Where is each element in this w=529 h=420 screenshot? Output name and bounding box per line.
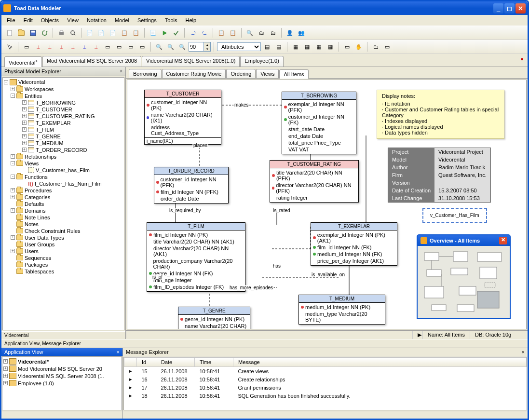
arrow-icon[interactable] <box>4 41 15 52</box>
align1-icon[interactable]: ▦ <box>290 41 301 52</box>
overview-header[interactable]: Overview - All Items ✕ <box>418 235 510 246</box>
tree-folder[interactable]: Note Lines <box>4 214 123 221</box>
titlebar[interactable]: Toad Data Modeler _ ◻ ✕ <box>1 1 528 15</box>
tree-folder[interactable]: Tablespaces <box>4 268 123 275</box>
tree-folder[interactable]: Check Constraint Rules <box>4 228 123 234</box>
message-row[interactable]: ▸1526.11.200810:58:41Create views <box>124 367 527 376</box>
align3-icon[interactable]: ▦ <box>313 41 324 52</box>
relation2-icon[interactable]: ⟂ <box>44 41 55 52</box>
message-row[interactable]: ▸1826.11.200810:58:41SQL Generation has … <box>124 392 527 400</box>
zoom-input[interactable] <box>189 42 203 51</box>
menu-edit[interactable]: Edit <box>20 16 36 25</box>
entity-order[interactable]: T_ORDER_RECORD customer_id Integer NN (P… <box>154 167 229 203</box>
relation5-icon[interactable]: ⟂ <box>79 41 90 52</box>
view-customer-has-film[interactable]: v_Customer_Has_Film <box>422 208 487 223</box>
model-tree[interactable]: -Videorental +Workspaces-Entities+T_BORR… <box>2 77 124 330</box>
tree-folder[interactable]: +Domains <box>4 207 123 214</box>
display2-icon[interactable]: ▤ <box>273 41 284 52</box>
tree-folder[interactable]: Packages <box>4 261 123 268</box>
relation1-icon[interactable]: ⟂ <box>33 41 43 52</box>
inheritence-icon[interactable]: ▭ <box>125 41 136 52</box>
tree-entity[interactable]: +T_BORROWING <box>4 99 123 106</box>
tree-folder[interactable]: -Functions <box>4 174 123 180</box>
tree-folder[interactable]: Sequences <box>4 255 123 261</box>
appview-item[interactable]: +Employee (1.0) <box>3 379 121 387</box>
overview-close-icon[interactable]: ✕ <box>499 237 507 244</box>
tree-entity[interactable]: +T_EXEMPLAR <box>4 120 123 126</box>
appview-item[interactable]: +Videorental* <box>3 358 121 365</box>
maximize-button[interactable]: ◻ <box>504 3 515 14</box>
entity-icon[interactable]: ▭ <box>21 41 32 52</box>
open-icon[interactable] <box>16 27 27 38</box>
overview-icon[interactable]: ▭ <box>382 41 393 52</box>
entity-rating[interactable]: T_CUSTOMER_RATING title Varchar2(20 CHAR… <box>270 160 359 203</box>
menu-notation[interactable]: Notation <box>83 16 110 25</box>
tree-folder[interactable]: User Groups <box>4 241 123 248</box>
refresh-icon[interactable] <box>39 27 50 38</box>
tree-entity[interactable]: +T_CUSTOMER_RATING <box>4 113 123 120</box>
tree-folder[interactable]: Notes <box>4 221 123 228</box>
align2-icon[interactable]: ▦ <box>302 41 312 52</box>
users-icon[interactable]: 👥 <box>296 27 307 38</box>
tree-entity[interactable]: +T_CUSTOMER <box>4 106 123 113</box>
tree-entity[interactable]: +T_GENRE <box>4 133 123 140</box>
tab-close-icon[interactable]: ● <box>520 56 524 62</box>
msgexp-close-icon[interactable]: × <box>522 349 525 355</box>
menu-tools[interactable]: Tools <box>162 16 181 25</box>
print-icon[interactable] <box>56 27 67 38</box>
tree-folder[interactable]: +Categories <box>4 194 123 201</box>
note-icon[interactable]: ▭ <box>102 41 113 52</box>
menu-settings[interactable]: Settings <box>134 16 160 25</box>
export-icon[interactable]: 📄 <box>84 27 95 38</box>
verify-icon[interactable] <box>171 27 181 38</box>
tree-expand-icon[interactable]: - <box>4 80 8 84</box>
relation3-icon[interactable]: ⟂ <box>56 41 67 52</box>
appview-item[interactable]: +Mod Videorental MS SQL Server 20 <box>3 365 121 372</box>
reverse-icon[interactable]: 🗂 <box>268 27 278 38</box>
tree-entity[interactable]: +T_MEDIUM <box>4 140 123 147</box>
run-icon[interactable] <box>159 27 170 38</box>
tab-employee[interactable]: Employee(1.0) <box>240 56 284 67</box>
tree-folder[interactable]: +Relationships <box>4 153 123 160</box>
view-icon[interactable]: ▭ <box>114 41 124 52</box>
explorer-close-icon[interactable]: × <box>120 68 122 74</box>
zoom-in-icon[interactable]: 🔍 <box>165 41 176 52</box>
menu-view[interactable]: View <box>64 16 82 25</box>
hand-icon[interactable]: ✋ <box>353 41 364 52</box>
appview-item[interactable]: +Videorental MS SQL Server 2008 (1. <box>3 372 121 379</box>
tree-folder[interactable]: -Entities <box>4 93 123 99</box>
zoom-stepper[interactable]: ▴▾ <box>189 42 211 52</box>
tab-videorental-sql[interactable]: Videorental MS SQL Server 2008(1.0) <box>142 56 240 67</box>
message-row[interactable]: ▸1726.11.200810:58:41Grant permissions <box>124 383 527 392</box>
entity-exemplar[interactable]: T_EXEMPLAR exemplar_id Integer NN (PK)(A… <box>311 222 397 266</box>
entity-medium[interactable]: T_MEDIUM medium_id Integer NN (PK)medium… <box>298 295 385 325</box>
save-icon[interactable] <box>27 27 38 38</box>
generate-icon[interactable]: 📃 <box>148 27 158 38</box>
zoom-out-icon[interactable]: 🔍 <box>154 41 164 52</box>
tree-function[interactable]: f()f_Customer_Has_Num_Film <box>4 180 123 187</box>
close-button[interactable]: ✕ <box>515 3 526 14</box>
zoom-down-icon[interactable]: ▾ <box>204 47 210 51</box>
align4-icon[interactable]: ▦ <box>325 41 336 52</box>
export3-icon[interactable]: 📄 <box>108 27 118 38</box>
appview-close-icon[interactable]: × <box>117 349 120 355</box>
menu-file[interactable]: File <box>3 16 19 25</box>
tree-folder[interactable]: +Procedures <box>4 187 123 194</box>
display1-icon[interactable]: ▤ <box>262 41 272 52</box>
menu-model[interactable]: Model <box>111 16 133 25</box>
tab-all-items[interactable]: All Items <box>279 69 308 79</box>
appview-list[interactable]: +Videorental*+Mod Videorental MS SQL Ser… <box>2 356 122 410</box>
new-icon[interactable] <box>4 27 15 38</box>
message-row[interactable]: ▸1626.11.200810:58:41Create relationship… <box>124 375 527 383</box>
tab-ordering[interactable]: Ordering <box>226 69 256 78</box>
overview-panel[interactable]: Overview - All Items ✕ <box>417 234 511 319</box>
undo-icon[interactable] <box>188 27 198 38</box>
tree-folder[interactable]: -Views <box>4 160 123 167</box>
category-icon[interactable]: 🗀 <box>370 41 381 52</box>
paste-icon[interactable]: 📋 <box>228 27 238 38</box>
layout-icon[interactable]: ▭ <box>342 41 353 52</box>
entity-borrowing[interactable]: T_BORROWING exemplar_id Integer NN (PFK)… <box>282 92 356 154</box>
entity-film[interactable]: T_FILM film_id Integer NN (PK)title Varc… <box>147 222 245 292</box>
search-icon2[interactable]: 🔍 <box>244 27 255 38</box>
relation4-icon[interactable]: ⟂ <box>68 41 78 52</box>
